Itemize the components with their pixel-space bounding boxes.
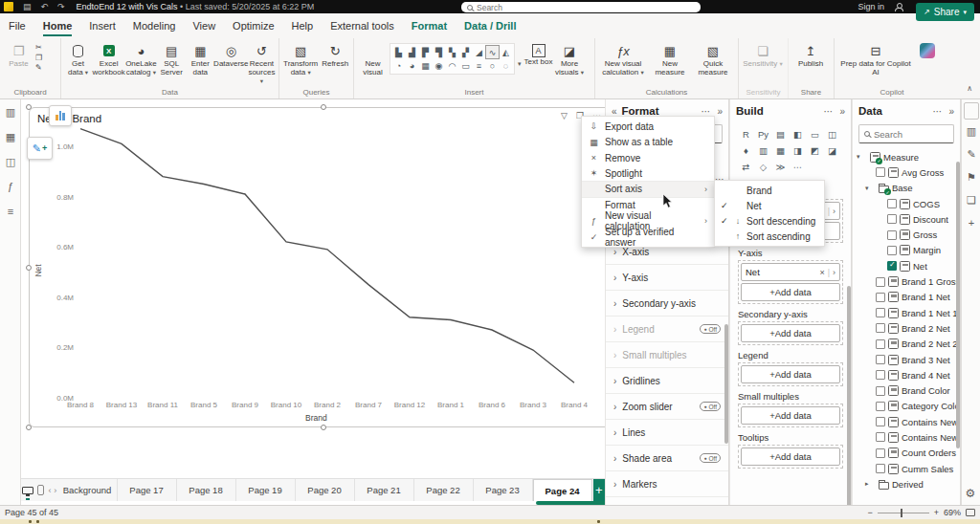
visual-type-icon[interactable]: ▜: [433, 46, 445, 58]
collapse-ribbon-icon[interactable]: ∧: [967, 84, 972, 93]
format-section-shade-area[interactable]: Shade area Off: [606, 446, 728, 471]
field-brand-2-net-2[interactable]: Brand 2 Net 2: [853, 337, 960, 352]
page-tab-19[interactable]: Page 19: [236, 479, 296, 501]
submenu-item-net[interactable]: ✓ Net: [715, 198, 824, 213]
zoom-slider-thumb[interactable]: [901, 509, 902, 517]
menu-tab-external-tools[interactable]: External tools: [322, 15, 403, 36]
add-data-button[interactable]: +Add data: [741, 324, 840, 342]
page-tab-23[interactable]: Page 23: [474, 479, 533, 501]
data-pane-scrollbar[interactable]: [956, 162, 960, 448]
dax-query-view-icon[interactable]: ƒ: [0, 174, 21, 199]
sign-in-link[interactable]: Sign in: [858, 2, 884, 11]
redo-icon[interactable]: ↷: [57, 2, 65, 11]
page-tab-24[interactable]: Page 24: [533, 479, 592, 501]
field-brand-4-net[interactable]: Brand 4 Net: [853, 367, 960, 382]
expand-pane-icon[interactable]: »: [839, 106, 845, 117]
visual-type-icon[interactable]: ⋯: [790, 159, 806, 174]
field-checkbox[interactable]: [876, 386, 885, 396]
field-checkbox[interactable]: [876, 277, 885, 287]
toggle-off[interactable]: Off: [700, 402, 721, 411]
on-object-change-visual-button[interactable]: [49, 105, 72, 126]
transform-data-button[interactable]: ▧ Transform data ▾: [282, 40, 319, 76]
menu-tab-optimize[interactable]: Optimize: [224, 15, 282, 36]
field-checkbox[interactable]: [876, 432, 885, 442]
add-data-button[interactable]: +Add data: [741, 283, 840, 301]
settings-gear-icon[interactable]: ⚙: [961, 484, 980, 503]
quick-measure-button[interactable]: ▧ Quick measure: [692, 40, 734, 76]
remove-field-icon[interactable]: [816, 267, 827, 277]
more-visuals-button[interactable]: ◪ More visuals ▾: [554, 40, 586, 76]
collapse-pane-icon[interactable]: «: [612, 106, 617, 117]
menu-item-spotlight[interactable]: ✶ Spotlight: [582, 166, 714, 183]
sql-server-button[interactable]: ▤ SQL Server: [158, 40, 186, 76]
data-pane-icon[interactable]: [964, 102, 979, 120]
visual-type-icon[interactable]: ♦: [738, 142, 754, 158]
visual-type-icon[interactable]: ○: [486, 59, 499, 72]
field-brand-3-net[interactable]: Brand 3 Net: [853, 352, 960, 367]
gallery-dropdown-icon[interactable]: ▾: [516, 60, 523, 68]
expand-icon[interactable]: ▸: [865, 480, 873, 488]
expand-icon[interactable]: ▾: [857, 153, 864, 161]
field-checkbox[interactable]: [876, 448, 885, 458]
format-pane-icon[interactable]: ✎: [962, 142, 980, 165]
visual-type-icon[interactable]: ▥: [755, 142, 771, 158]
resize-handle[interactable]: [26, 425, 32, 430]
page-tab-20[interactable]: Page 20: [296, 479, 355, 501]
field-derived-folder[interactable]: ▸ Derived: [853, 476, 960, 491]
visual-type-icon[interactable]: ▦: [772, 142, 789, 158]
field-measure[interactable]: ▾ Measure: [853, 149, 960, 164]
report-view-icon[interactable]: ▥: [0, 99, 21, 124]
field-checkbox[interactable]: [876, 308, 885, 317]
format-section-lines[interactable]: Lines: [606, 420, 728, 446]
visual-type-icon[interactable]: ◕: [406, 59, 418, 72]
field-margin[interactable]: Margin: [853, 243, 960, 258]
build-pane-icon[interactable]: ▥: [962, 120, 980, 142]
copy-icon[interactable]: ❐: [35, 54, 42, 63]
menu-item-set-up-verified-answer[interactable]: ✓ Set up a verified answer: [582, 229, 714, 246]
visual-type-icon[interactable]: ◉: [433, 59, 445, 72]
format-section-zoom-slider[interactable]: Zoom slider Off: [606, 394, 728, 420]
menu-tab-view[interactable]: View: [184, 15, 224, 36]
field-count-orders[interactable]: Count Orders: [853, 446, 960, 461]
visual-type-icon[interactable]: ▚: [446, 46, 458, 58]
paste-button[interactable]: ❐ Paste: [3, 40, 34, 68]
format-section-gridlines[interactable]: Gridlines: [606, 368, 728, 394]
desktop-layout-button[interactable]: [21, 479, 34, 501]
field-checkbox[interactable]: [887, 199, 897, 208]
onelake-catalog-button[interactable]: ◕ OneLake catalog ▾: [125, 40, 156, 76]
resize-handle[interactable]: [321, 104, 326, 110]
cut-icon[interactable]: ✂: [35, 43, 42, 53]
field-checkbox[interactable]: [876, 355, 885, 364]
fit-to-page-icon[interactable]: [966, 509, 975, 516]
field-net[interactable]: Net: [853, 258, 960, 273]
model-view-icon[interactable]: ◫: [0, 149, 21, 174]
zoom-out-icon[interactable]: −: [867, 508, 872, 517]
format-section-y-axis[interactable]: Y-axis: [606, 265, 728, 291]
more-options-icon[interactable]: ⋯: [932, 106, 942, 117]
zoom-slider[interactable]: [878, 513, 929, 513]
field-checkbox[interactable]: [876, 370, 885, 380]
format-pane-scrollbar[interactable]: [724, 324, 728, 444]
refresh-button[interactable]: ↻ Refresh: [320, 40, 350, 68]
visual-type-icon[interactable]: ◨: [790, 142, 806, 158]
page-tab-background[interactable]: Background: [58, 479, 118, 501]
field-checkbox[interactable]: [876, 464, 885, 473]
menu-tab-file[interactable]: File: [0, 15, 34, 36]
field-contains-new[interactable]: Contains New: [853, 414, 960, 429]
submenu-item-sort-descending[interactable]: ✓ ↓ Sort descending: [715, 213, 824, 229]
menu-tab-format[interactable]: Format: [403, 15, 456, 36]
new-visual-calculation-button[interactable]: ƒx New visual calculation ▾: [598, 40, 648, 76]
field-cogs[interactable]: COGS: [853, 196, 960, 211]
visual-type-icon[interactable]: R: [738, 126, 754, 142]
expand-pane-icon[interactable]: »: [717, 106, 723, 117]
field-brand-1-net-1[interactable]: Brand 1 Net 1: [853, 305, 960, 320]
submenu-item-brand[interactable]: Brand: [715, 183, 824, 198]
search-input[interactable]: [477, 3, 668, 12]
field-brand-1-gross[interactable]: Brand 1 Gross: [853, 273, 960, 289]
format-painter-icon[interactable]: ✎: [35, 63, 42, 73]
more-options-icon[interactable]: ⋯: [823, 106, 833, 117]
new-page-button[interactable]: +: [593, 479, 605, 501]
field-checkbox[interactable]: [887, 214, 897, 224]
visual-type-icon[interactable]: Py: [755, 126, 771, 142]
resize-handle[interactable]: [26, 104, 32, 110]
